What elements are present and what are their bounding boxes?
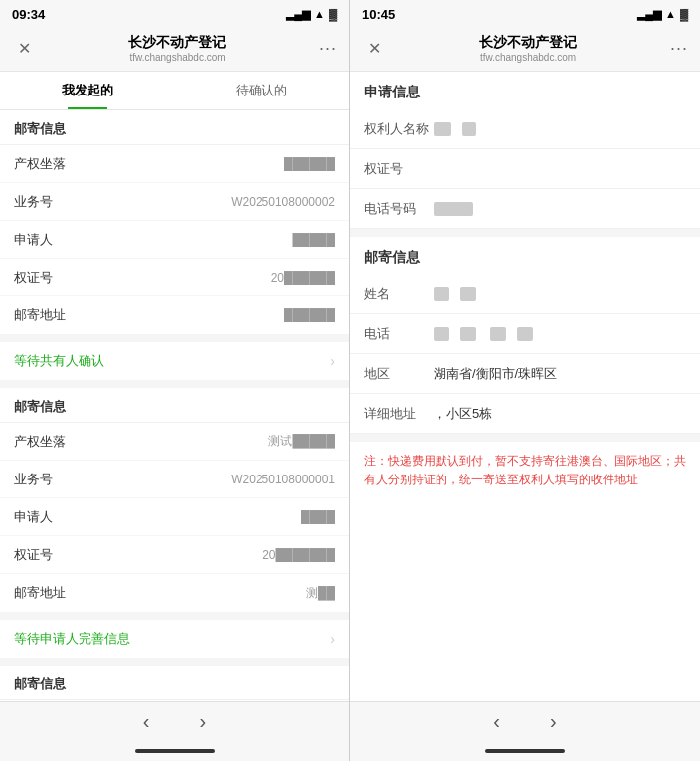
divider-2 (350, 434, 700, 442)
label-bizno-1: 业务号 (14, 193, 69, 211)
wifi-icon-right: ▲ (665, 8, 676, 20)
label-mailaddr-1: 邮寄地址 (14, 306, 69, 324)
label-owner: 权利人名称 (364, 120, 434, 138)
content-left: 邮寄信息 产权坐落 ██████ 业务号 W20250108000002 申请人… (0, 110, 349, 701)
link-text-2: 等待申请人完善信息 (14, 630, 330, 648)
value-name-r (434, 286, 686, 302)
label-mailaddr-2: 邮寄地址 (14, 584, 69, 602)
blur-block-n2 (460, 287, 476, 301)
blur-tel-3 (490, 327, 506, 341)
label-location-1: 产权坐落 (14, 155, 69, 173)
label-name-r: 姓名 (364, 285, 434, 303)
value-applicant-2: ████ (69, 510, 335, 524)
label-tel-r: 电话 (364, 325, 434, 343)
section-header-apply: 申请信息 (350, 72, 700, 109)
card-2-row-3: 权证号 20███████ (0, 536, 349, 574)
card-3: 邮寄信息 产权坐落 测试楼盘 (0, 666, 349, 701)
signal-icon: ▂▄▆ (286, 8, 310, 21)
more-icon-left[interactable]: ··· (319, 38, 337, 59)
card-3-header: 邮寄信息 (0, 666, 349, 700)
info-row-region: 地区 湖南省/衡阳市/珠晖区 (350, 354, 700, 394)
close-icon-left[interactable]: ✕ (12, 39, 36, 58)
app-url-left: tfw.changshabdc.com (36, 52, 319, 63)
value-location-2: 测试█████ (69, 433, 335, 450)
blur-block-n1 (434, 287, 449, 301)
blur-block-phone (434, 202, 473, 216)
value-mailaddr-1: ██████ (69, 308, 335, 322)
card-2-header: 邮寄信息 (0, 388, 349, 423)
home-bar-right (350, 741, 700, 761)
value-location-1: ██████ (69, 157, 335, 171)
forward-button-left[interactable]: › (200, 710, 207, 733)
nav-bar-left: ‹ › (0, 701, 349, 741)
blur-tel-1 (434, 327, 449, 341)
app-name-left: 长沙不动产登记 (36, 34, 319, 52)
label-region: 地区 (364, 365, 434, 383)
tabs-container: 我发起的 待确认的 (0, 72, 349, 110)
status-icons-right: ▂▄▆ ▲ ▓ (637, 8, 688, 21)
card-1-row-0: 产权坐落 ██████ (0, 145, 349, 183)
value-bizno-2: W20250108000001 (69, 473, 335, 486)
card-2-row-4: 邮寄地址 测██ (0, 574, 349, 612)
home-indicator-right (485, 749, 565, 753)
content-right: 申请信息 权利人名称 权证号 电话号码 邮寄 (350, 72, 700, 701)
link-arrow-1: › (330, 353, 335, 369)
label-applicant-1: 申请人 (14, 231, 69, 249)
blur-block-2 (462, 122, 476, 136)
home-bar-left (0, 741, 349, 761)
tab-initiated[interactable]: 我发起的 (0, 72, 175, 109)
time-right: 10:45 (362, 7, 637, 22)
card-2-row-1: 业务号 W20250108000001 (0, 461, 349, 498)
label-bizno-2: 业务号 (14, 471, 69, 488)
blur-tel-2 (460, 327, 476, 341)
card-2: 邮寄信息 产权坐落 测试█████ 业务号 W20250108000001 申请… (0, 388, 349, 612)
blur-block-1 (434, 122, 451, 136)
value-phone-r (434, 201, 686, 217)
label-certno-r: 权证号 (364, 160, 434, 178)
forward-button-right[interactable]: › (550, 710, 557, 733)
divider-1 (350, 229, 700, 237)
label-location-2: 产权坐落 (14, 433, 69, 451)
link-row-1[interactable]: 等待共有人确认 › (0, 342, 349, 380)
back-button-right[interactable]: ‹ (493, 710, 500, 733)
card-1-row-1: 业务号 W20250108000002 (0, 183, 349, 221)
value-certno-2: 20███████ (69, 548, 335, 562)
card-2-row-0: 产权坐落 测试█████ (0, 423, 349, 461)
close-icon-right[interactable]: ✕ (362, 39, 386, 58)
link-text-1: 等待共有人确认 (14, 352, 330, 370)
info-row-phone: 电话号码 (350, 189, 700, 229)
notice-box: 注：快递费用默认到付，暂不支持寄往港澳台、国际地区；共有人分别持证的，统一寄送至… (350, 442, 700, 499)
app-name-right: 长沙不动产登记 (386, 34, 670, 52)
value-address: ，小区5栋 (434, 405, 686, 423)
header-title-right: 长沙不动产登记 tfw.changshabdc.com (386, 34, 670, 63)
nav-bar-right: ‹ › (350, 701, 700, 741)
status-bar-left: 09:34 ▂▄▆ ▲ ▓ (0, 0, 349, 28)
value-mailaddr-2: 测██ (69, 585, 335, 602)
notice-text: 注：快递费用默认到付，暂不支持寄往港澳台、国际地区；共有人分别持证的，统一寄送至… (364, 454, 686, 486)
header-left: ✕ 长沙不动产登记 tfw.changshabdc.com ··· (0, 28, 349, 72)
section-header-mail: 邮寄信息 (350, 237, 700, 275)
link-row-2[interactable]: 等待申请人完善信息 › (0, 620, 349, 658)
card-1: 邮寄信息 产权坐落 ██████ 业务号 W20250108000002 申请人… (0, 110, 349, 334)
card-2-row-2: 申请人 ████ (0, 498, 349, 536)
info-row-name: 姓名 (350, 275, 700, 314)
screen-left: 09:34 ▂▄▆ ▲ ▓ ✕ 长沙不动产登记 tfw.changshabdc.… (0, 0, 350, 761)
value-tel-r (434, 326, 686, 342)
label-certno-2: 权证号 (14, 546, 69, 564)
info-row-owner: 权利人名称 (350, 109, 700, 149)
more-icon-right[interactable]: ··· (670, 38, 688, 59)
value-applicant-1: █████ (69, 233, 335, 247)
header-title-left: 长沙不动产登记 tfw.changshabdc.com (36, 34, 319, 63)
screen-right: 10:45 ▂▄▆ ▲ ▓ ✕ 长沙不动产登记 tfw.changshabdc.… (350, 0, 700, 761)
status-icons-left: ▂▄▆ ▲ ▓ (286, 8, 337, 21)
battery-icon-right: ▓ (680, 8, 688, 20)
signal-icon-right: ▂▄▆ (637, 8, 661, 21)
back-button-left[interactable]: ‹ (143, 710, 150, 733)
tab-pending[interactable]: 待确认的 (175, 72, 350, 109)
value-bizno-1: W20250108000002 (69, 195, 335, 209)
value-certno-1: 20██████ (69, 271, 335, 285)
time-left: 09:34 (12, 7, 286, 22)
label-certno-1: 权证号 (14, 269, 69, 286)
card-1-row-3: 权证号 20██████ (0, 259, 349, 296)
app-url-right: tfw.changshabdc.com (386, 52, 670, 63)
